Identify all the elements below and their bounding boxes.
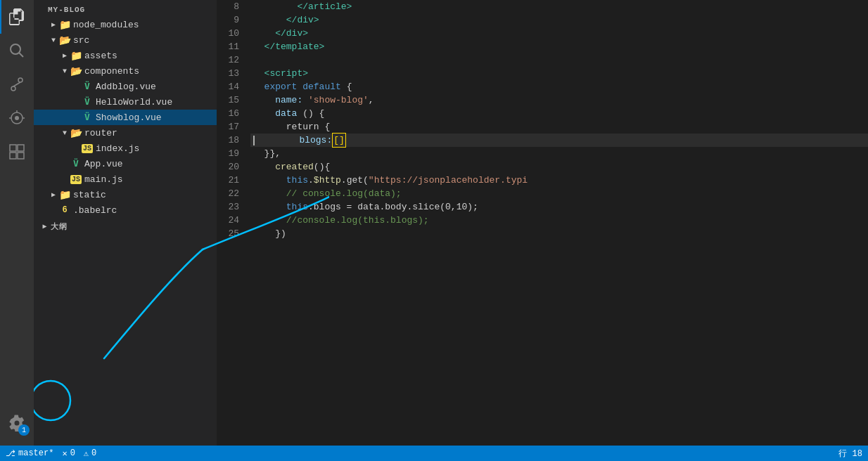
folder-icon: 📁 xyxy=(59,19,70,30)
warning-count: 0 xyxy=(91,448,96,458)
vue-icon: V̈ xyxy=(82,112,93,123)
babel-icon: 6 xyxy=(59,204,70,216)
chevron-down-icon xyxy=(48,34,59,46)
code-line-24: //console.log(this.blogs); xyxy=(250,214,868,227)
tree-item-components[interactable]: 📂 components xyxy=(34,63,217,79)
tree-label: HelloWorld.vue xyxy=(96,97,172,108)
svg-rect-10 xyxy=(10,145,16,151)
js-icon: JS xyxy=(82,143,93,154)
tree-label: .babelrc xyxy=(73,205,117,216)
debug-activity-icon[interactable] xyxy=(0,101,34,135)
code-line-10: </div> xyxy=(250,27,868,40)
search-activity-icon[interactable] xyxy=(0,34,34,67)
git-branch-status[interactable]: ⎇ master* xyxy=(6,448,53,459)
tree-label: App.vue xyxy=(84,159,123,169)
code-line-18: blogs:[] xyxy=(250,134,868,147)
settings-activity-icon[interactable]: 1 xyxy=(0,406,34,440)
folder-icon: 📁 xyxy=(59,189,70,200)
branch-name: master* xyxy=(18,448,53,458)
svg-point-0 xyxy=(11,44,20,54)
tree-label: static xyxy=(73,190,106,200)
outline-section-header[interactable]: 大纲 xyxy=(34,218,217,235)
code-editor[interactable]: </article> </div> </div> </template> <s xyxy=(250,0,868,446)
tree-label: Addblog.vue xyxy=(96,82,156,92)
cursor-position-status[interactable]: 行 18 xyxy=(838,448,862,460)
code-line-14: export default { xyxy=(250,80,868,93)
chevron-right-icon xyxy=(59,50,70,61)
code-line-23: this.blogs = data.body.slice(0,10); xyxy=(250,200,868,214)
code-line-8: </article> xyxy=(250,0,868,13)
tree-label: Showblog.vue xyxy=(96,112,162,123)
code-line-16: data () { xyxy=(250,107,868,120)
chevron-right-icon xyxy=(48,189,59,200)
position-text: 行 18 xyxy=(838,448,862,460)
chevron-down-icon xyxy=(59,127,70,138)
tree-label: src xyxy=(73,35,89,46)
tree-label: assets xyxy=(84,51,117,61)
svg-rect-11 xyxy=(18,145,24,151)
outline-label: 大纲 xyxy=(51,221,68,232)
folder-icon: 📁 xyxy=(70,50,82,61)
error-icon: ✕ xyxy=(62,448,67,459)
code-line-12 xyxy=(250,53,868,67)
tree-label: main.js xyxy=(84,174,123,185)
tree-label: router xyxy=(84,128,117,138)
folder-icon: 📂 xyxy=(70,127,82,138)
tree-item-indexjs[interactable]: JS index.js xyxy=(34,141,217,156)
chevron-right-icon xyxy=(48,19,59,30)
warning-icon: ⚠ xyxy=(84,448,89,459)
tree-item-mainjs[interactable]: JS main.js xyxy=(34,171,217,187)
tree-label: components xyxy=(84,66,139,77)
settings-badge: 1 xyxy=(18,424,30,436)
code-line-13: <script> xyxy=(250,67,868,80)
tree-item-addblog[interactable]: V̈ Addblog.vue xyxy=(34,79,217,94)
source-control-activity-icon[interactable] xyxy=(0,67,34,101)
folder-icon: 📂 xyxy=(59,34,70,46)
chevron-right-icon xyxy=(39,221,51,232)
code-line-19: }}, xyxy=(250,147,868,160)
tree-label: index.js xyxy=(96,143,139,154)
folder-icon: 📂 xyxy=(70,65,82,77)
code-line-9: </div> xyxy=(250,13,868,27)
project-name: MY-BLOG xyxy=(34,0,217,17)
line-numbers: 8 9 10 11 12 13 14 15 16 17 18 19 20 21 … xyxy=(217,0,250,446)
code-line-15: name: 'show-blog', xyxy=(250,93,868,107)
tree-item-router[interactable]: 📂 router xyxy=(34,125,217,141)
extensions-activity-icon[interactable] xyxy=(0,135,34,169)
git-icon: ⎇ xyxy=(6,448,15,459)
svg-rect-13 xyxy=(18,152,24,159)
tree-item-src[interactable]: 📂 src xyxy=(34,32,217,48)
file-explorer-sidebar: MY-BLOG 📁 node_modules 📂 src 📁 assets xyxy=(34,0,217,446)
errors-status[interactable]: ✕ 0 ⚠ 0 xyxy=(62,448,96,459)
svg-point-6 xyxy=(15,116,19,120)
editor-area: 8 9 10 11 12 13 14 15 16 17 18 19 20 21 … xyxy=(217,0,868,446)
vue-icon: V̈ xyxy=(70,158,82,169)
code-line-22: // console.log(data); xyxy=(250,187,868,200)
code-line-21: this.$http.get("https://jsonplaceholder.… xyxy=(250,174,868,187)
status-bar: ⎇ master* ✕ 0 ⚠ 0 行 18 xyxy=(0,446,868,461)
code-line-20: created(){ xyxy=(250,160,868,174)
tree-item-showblog[interactable]: V̈ Showblog.vue xyxy=(34,110,217,125)
tree-item-assets[interactable]: 📁 assets xyxy=(34,48,217,63)
tree-item-appvue[interactable]: V̈ App.vue xyxy=(34,156,217,171)
js-icon: JS xyxy=(70,174,82,185)
code-line-17: return { xyxy=(250,120,868,134)
svg-rect-12 xyxy=(10,152,16,159)
tree-label: node_modules xyxy=(73,20,139,30)
chevron-down-icon xyxy=(59,65,70,77)
tree-item-helloworld[interactable]: V̈ HelloWorld.vue xyxy=(34,94,217,110)
error-count: 0 xyxy=(70,448,75,458)
tree-item-static[interactable]: 📁 static xyxy=(34,187,217,202)
svg-line-1 xyxy=(19,53,23,57)
code-line-11: </template> xyxy=(250,40,868,53)
vue-icon: V̈ xyxy=(82,81,93,92)
files-activity-icon[interactable] xyxy=(0,0,34,34)
svg-line-4 xyxy=(13,82,20,86)
tree-item-babelrc[interactable]: 6 .babelrc xyxy=(34,202,217,218)
code-line-25: }) xyxy=(250,227,868,240)
svg-point-3 xyxy=(18,78,23,82)
activity-bar: 1 xyxy=(0,0,34,446)
tree-item-node-modules[interactable]: 📁 node_modules xyxy=(34,17,217,32)
svg-point-2 xyxy=(11,86,15,91)
vue-icon: V̈ xyxy=(82,96,93,108)
